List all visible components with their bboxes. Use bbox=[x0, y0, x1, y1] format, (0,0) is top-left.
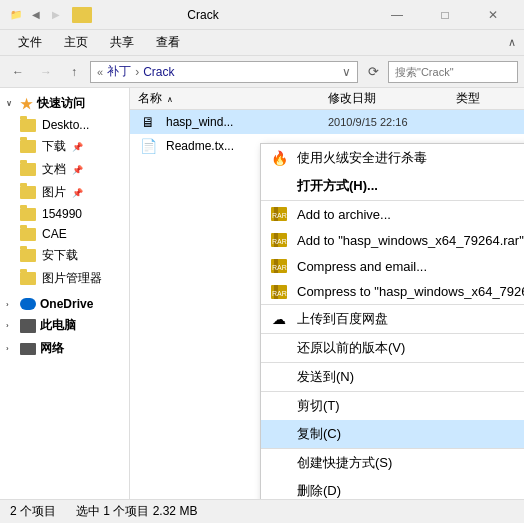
rar-icon-4: RAR bbox=[269, 282, 289, 302]
sidebar-item-label: CAE bbox=[42, 227, 67, 241]
svg-text:RAR: RAR bbox=[272, 212, 287, 219]
forward-button[interactable]: → bbox=[34, 61, 58, 83]
sidebar-thispc-label: 此电脑 bbox=[40, 317, 76, 334]
ctx-item-add-archive[interactable]: RAR Add to archive... bbox=[261, 201, 524, 227]
window-icon: 📁 bbox=[8, 7, 24, 23]
sort-indicator: ∧ bbox=[167, 95, 173, 104]
title-bar: 📁 ◀ ▶ Crack — □ ✕ bbox=[0, 0, 524, 30]
ctx-item-compress-rar[interactable]: RAR Compress to "hasp_windows_x64_79264.… bbox=[261, 279, 524, 305]
sidebar-item-label: 图片管理器 bbox=[42, 270, 102, 287]
ctx-item-add-rar[interactable]: RAR Add to "hasp_windows_x64_79264.rar" bbox=[261, 227, 524, 253]
pin-icon: 📌 bbox=[72, 165, 83, 175]
up-button[interactable]: ↑ bbox=[62, 61, 86, 83]
sidebar-network-header[interactable]: › 网络 bbox=[0, 337, 129, 360]
ctx-item-delete[interactable]: 删除(D) bbox=[261, 477, 524, 499]
ctx-item-text: 删除(D) bbox=[297, 482, 341, 499]
ctx-item-sendto[interactable]: 发送到(N) › bbox=[261, 363, 524, 392]
table-row[interactable]: 🖥 hasp_wind... 2010/9/15 22:16 bbox=[130, 110, 524, 134]
path-part-current[interactable]: Crack bbox=[143, 65, 174, 79]
sidebar-item-imgmgr[interactable]: 图片管理器 bbox=[0, 267, 129, 290]
main-area: ∨ ★ 快速访问 Deskto... 下载 📌 文档 📌 图片 📌 154990 bbox=[0, 88, 524, 499]
sidebar-item-docs[interactable]: 文档 📌 bbox=[0, 158, 129, 181]
sidebar-quickaccess-label: 快速访问 bbox=[37, 95, 85, 112]
sidebar-quickaccess-header[interactable]: ∨ ★ 快速访问 bbox=[0, 92, 129, 115]
svg-text:RAR: RAR bbox=[272, 290, 287, 297]
path-part-parent[interactable]: 补丁 bbox=[107, 63, 131, 80]
sidebar-thispc-header[interactable]: › 此电脑 bbox=[0, 314, 129, 337]
menu-home[interactable]: 主页 bbox=[54, 32, 98, 53]
address-path[interactable]: « 补丁 › Crack ∨ bbox=[90, 61, 358, 83]
sidebar-item-label: 下载 bbox=[42, 138, 66, 155]
folder-icon bbox=[20, 163, 36, 176]
sidebar-network-label: 网络 bbox=[40, 340, 64, 357]
sidebar-item-label: 安下载 bbox=[42, 247, 78, 264]
pc-icon bbox=[20, 319, 36, 333]
ctx-item-text: Add to "hasp_windows_x64_79264.rar" bbox=[297, 233, 524, 248]
chevron-icon: › bbox=[6, 300, 16, 309]
svg-text:RAR: RAR bbox=[272, 238, 287, 245]
sidebar-item-anload[interactable]: 安下载 bbox=[0, 244, 129, 267]
ctx-item-shortcut[interactable]: 创建快捷方式(S) bbox=[261, 449, 524, 477]
minimize-button[interactable]: — bbox=[374, 0, 420, 30]
sidebar-item-cae[interactable]: CAE bbox=[0, 224, 129, 244]
back-button[interactable]: ← bbox=[6, 61, 30, 83]
menu-share[interactable]: 共享 bbox=[100, 32, 144, 53]
rar-icon-3: RAR bbox=[269, 256, 289, 276]
sidebar: ∨ ★ 快速访问 Deskto... 下载 📌 文档 📌 图片 📌 154990 bbox=[0, 88, 130, 499]
ctx-item-text: 上传到百度网盘 bbox=[297, 310, 388, 328]
sidebar-onedrive-header[interactable]: › OneDrive bbox=[0, 294, 129, 314]
sidebar-item-pictures[interactable]: 图片 📌 bbox=[0, 181, 129, 204]
path-dropdown-arrow[interactable]: ∨ bbox=[342, 65, 351, 79]
rar-icon-2: RAR bbox=[269, 230, 289, 250]
delete-icon bbox=[269, 481, 289, 499]
path-separator: › bbox=[135, 65, 139, 79]
col-date-header[interactable]: 修改日期 bbox=[328, 90, 448, 107]
col-name-header[interactable]: 名称 ∧ bbox=[138, 90, 320, 107]
folder-icon bbox=[20, 249, 36, 262]
fire-icon: 🔥 bbox=[269, 148, 289, 168]
chevron-icon: › bbox=[6, 344, 16, 353]
ribbon-toggle[interactable]: ∧ bbox=[508, 36, 516, 49]
svg-text:RAR: RAR bbox=[272, 264, 287, 271]
ctx-item-text: 复制(C) bbox=[297, 425, 341, 443]
sidebar-item-desktop[interactable]: Deskto... bbox=[0, 115, 129, 135]
sidebar-item-downloads[interactable]: 下载 📌 bbox=[0, 135, 129, 158]
sidebar-onedrive-label: OneDrive bbox=[40, 297, 93, 311]
file-exe-icon: 🖥 bbox=[138, 112, 158, 132]
maximize-button[interactable]: □ bbox=[422, 0, 468, 30]
folder-icon bbox=[20, 208, 36, 221]
menu-file[interactable]: 文件 bbox=[8, 32, 52, 53]
status-item-count: 2 个项目 bbox=[10, 503, 56, 520]
file-list-header: 名称 ∧ 修改日期 类型 bbox=[130, 88, 524, 110]
menu-bar: 文件 主页 共享 查看 ∧ bbox=[0, 30, 524, 56]
menu-view[interactable]: 查看 bbox=[146, 32, 190, 53]
context-menu: 🔥 使用火绒安全进行杀毒 打开方式(H)... RAR Add to archi… bbox=[260, 143, 524, 499]
ctx-item-antivirus[interactable]: 🔥 使用火绒安全进行杀毒 bbox=[261, 144, 524, 172]
ctx-item-copy[interactable]: 复制(C) bbox=[261, 420, 524, 449]
path-chevron-1: « bbox=[97, 66, 103, 78]
network-icon bbox=[20, 343, 36, 355]
open-icon bbox=[269, 176, 289, 196]
ctx-item-text: 使用火绒安全进行杀毒 bbox=[297, 149, 427, 167]
ctx-item-compress-email[interactable]: RAR Compress and email... bbox=[261, 253, 524, 279]
ctx-item-text: 发送到(N) bbox=[297, 368, 354, 386]
ctx-item-restore[interactable]: 还原以前的版本(V) bbox=[261, 334, 524, 363]
search-box[interactable]: 🔍 bbox=[388, 61, 518, 83]
col-type-header[interactable]: 类型 bbox=[456, 90, 516, 107]
sidebar-item-154990[interactable]: 154990 bbox=[0, 204, 129, 224]
search-input[interactable] bbox=[395, 66, 524, 78]
ctx-item-baidu[interactable]: ☁ 上传到百度网盘 bbox=[261, 305, 524, 334]
file-name: hasp_wind... bbox=[166, 115, 320, 129]
status-selected: 选中 1 个项目 2.32 MB bbox=[76, 503, 197, 520]
close-button[interactable]: ✕ bbox=[470, 0, 516, 30]
ctx-item-open-with[interactable]: 打开方式(H)... bbox=[261, 172, 524, 201]
restore-icon bbox=[269, 338, 289, 358]
refresh-button[interactable]: ⟳ bbox=[362, 61, 384, 83]
pin-icon: 📌 bbox=[72, 142, 83, 152]
ctx-item-cut[interactable]: 剪切(T) bbox=[261, 392, 524, 420]
ctx-item-text: 打开方式(H)... bbox=[297, 177, 378, 195]
folder-icon bbox=[20, 228, 36, 241]
window-controls: — □ ✕ bbox=[374, 0, 516, 30]
shortcut-icon bbox=[269, 453, 289, 473]
file-list[interactable]: 名称 ∧ 修改日期 类型 🖥 hasp_wind... 2010/9/15 22… bbox=[130, 88, 524, 499]
